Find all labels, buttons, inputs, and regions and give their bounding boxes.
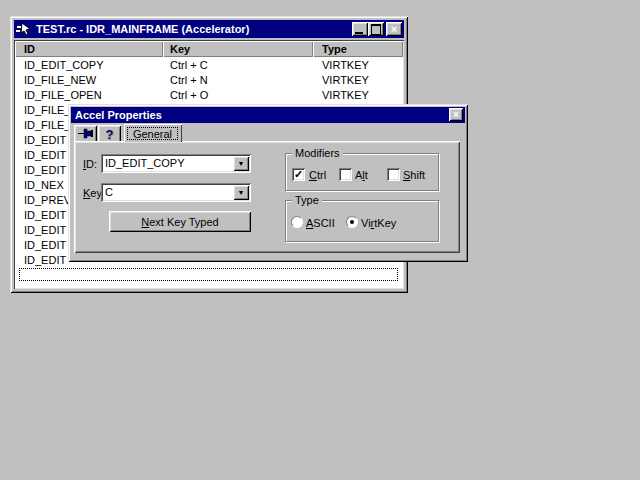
- virtkey-radio[interactable]: [346, 216, 358, 228]
- main-window-titlebar[interactable]: TEST.rc - IDR_MAINFRAME (Accelerator) ×: [14, 20, 404, 38]
- minimize-icon: [355, 32, 363, 34]
- minimize-button[interactable]: [352, 22, 368, 36]
- close-icon: ×: [453, 110, 459, 120]
- table-row[interactable]: ID_FILE_NEWCtrl + NVIRTKEY: [14, 73, 404, 88]
- table-row[interactable]: ID_EDIT_COPYCtrl + CVIRTKEY: [14, 58, 404, 73]
- key-combobox-value[interactable]: C: [101, 183, 251, 202]
- id-combobox[interactable]: ID_EDIT_COPY ▼: [101, 154, 251, 173]
- close-button[interactable]: ×: [386, 22, 402, 36]
- desktop: TEST.rc - IDR_MAINFRAME (Accelerator) × …: [0, 0, 640, 480]
- tab-general-label: General: [133, 128, 172, 140]
- accel-properties-dialog: Accel Properties × ? General ID: ID_EDIT…: [68, 104, 468, 262]
- ctrl-label[interactable]: Ctrl: [309, 169, 326, 181]
- main-window-title: TEST.rc - IDR_MAINFRAME (Accelerator): [36, 23, 249, 35]
- pushpin-icon: [78, 128, 94, 140]
- maximize-icon: [371, 24, 381, 35]
- help-icon: ?: [106, 127, 114, 142]
- virtkey-label[interactable]: VirtKey: [361, 217, 396, 229]
- close-icon: ×: [391, 24, 397, 34]
- type-group: Type ASCII VirtKey: [285, 200, 439, 242]
- ascii-radio[interactable]: [291, 216, 303, 228]
- alt-checkbox[interactable]: [339, 168, 352, 181]
- radio-dot-icon: [350, 220, 354, 224]
- maximize-button[interactable]: [368, 22, 384, 36]
- general-tab-page: ID: ID_EDIT_COPY ▼ Key: C ▼ Next Key Typ…: [74, 141, 460, 253]
- next-key-typed-button[interactable]: Next Key Typed: [109, 211, 251, 232]
- id-combobox-value[interactable]: ID_EDIT_COPY: [101, 154, 251, 173]
- dialog-title: Accel Properties: [75, 109, 162, 121]
- column-header-key[interactable]: Key: [163, 41, 313, 57]
- shift-checkbox[interactable]: [387, 168, 400, 181]
- accelerator-icon[interactable]: [16, 22, 32, 36]
- modifiers-caption: Modifiers: [292, 147, 343, 159]
- dialog-close-button[interactable]: ×: [449, 108, 463, 121]
- column-header-id[interactable]: ID: [15, 41, 163, 57]
- column-header-type[interactable]: Type: [313, 41, 403, 57]
- dialog-titlebar[interactable]: Accel Properties ×: [71, 107, 465, 123]
- check-icon: ✓: [294, 168, 303, 181]
- new-accelerator-placeholder-row[interactable]: [19, 268, 398, 281]
- tab-general[interactable]: General: [124, 124, 182, 142]
- table-row[interactable]: ID_FILE_OPENCtrl + OVIRTKEY: [14, 88, 404, 103]
- key-combobox-arrow[interactable]: ▼: [233, 185, 249, 200]
- id-label: ID:: [83, 158, 97, 170]
- chevron-down-icon: ▼: [238, 189, 245, 196]
- id-combobox-arrow[interactable]: ▼: [233, 156, 249, 171]
- alt-label[interactable]: Alt: [355, 169, 368, 181]
- ascii-label[interactable]: ASCII: [306, 217, 335, 229]
- modifiers-group: Modifiers ✓ Ctrl Alt Shift: [285, 153, 439, 191]
- key-combobox[interactable]: C ▼: [101, 183, 251, 202]
- type-caption: Type: [292, 194, 322, 206]
- ctrl-checkbox[interactable]: ✓: [292, 168, 305, 181]
- chevron-down-icon: ▼: [238, 160, 245, 167]
- shift-label[interactable]: Shift: [403, 169, 425, 181]
